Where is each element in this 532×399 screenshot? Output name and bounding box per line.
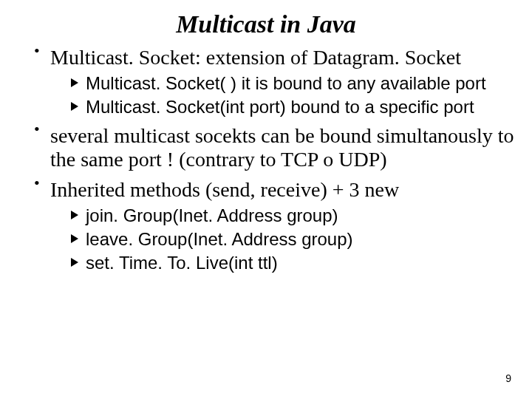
bullet-3-sublist: join. Group(Inet. Address group) leave. … [50,205,514,274]
bullet-3-sub-2: leave. Group(Inet. Address group) [71,228,514,250]
bullet-1-sublist: Multicast. Socket( ) it is bound to any … [50,72,514,118]
bullet-3-sub-1: join. Group(Inet. Address group) [71,205,514,227]
bullet-1-sub-2-text: Multicast. Socket(int port) bound to a s… [86,97,474,117]
bullet-2-text: several multicast socekts can be bound s… [50,124,514,171]
bullet-1-sub-1-text: Multicast. Socket( ) it is bound to any … [86,73,486,93]
bullet-1: Multicast. Socket: extension of Datagram… [34,46,514,118]
bullet-1-text: Multicast. Socket: extension of Datagram… [50,46,461,69]
bullet-3-sub-1-text: join. Group(Inet. Address group) [86,205,338,225]
bullet-3-sub-3: set. Time. To. Live(int ttl) [71,252,514,274]
bullet-1-sub-1: Multicast. Socket( ) it is bound to any … [71,72,514,95]
bullet-list: Multicast. Socket: extension of Datagram… [18,46,514,274]
bullet-1-sub-2: Multicast. Socket(int port) bound to a s… [71,96,514,118]
page-number: 9 [505,372,511,384]
bullet-3-sub-3-text: set. Time. To. Live(int ttl) [86,253,278,273]
bullet-2: several multicast socekts can be bound s… [34,124,514,171]
bullet-3-text: Inherited methods (send, receive) + 3 ne… [50,178,399,201]
slide-title: Multicast in Java [18,10,514,38]
bullet-3-sub-2-text: leave. Group(Inet. Address group) [86,229,353,249]
slide: Multicast in Java Multicast. Socket: ext… [0,0,532,399]
bullet-3: Inherited methods (send, receive) + 3 ne… [34,178,514,274]
